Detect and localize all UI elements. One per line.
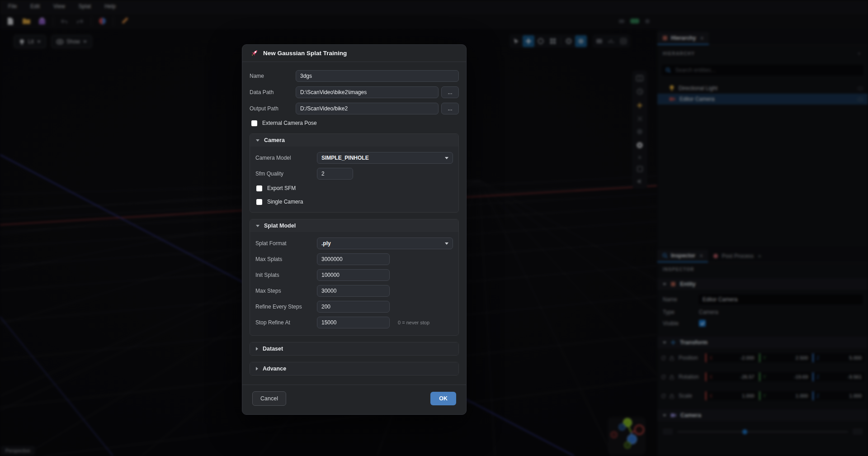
- max-splats-row: Max Splats: [255, 253, 453, 265]
- rocket-icon: [250, 49, 259, 57]
- chevron-down-icon: [445, 157, 448, 159]
- stop-refine-at-input[interactable]: [317, 317, 390, 328]
- camera-model-label: Camera Model: [255, 155, 317, 161]
- camera-section-header[interactable]: Camera: [250, 134, 458, 147]
- init-splats-input[interactable]: [317, 269, 390, 281]
- camera-model-row: Camera Model SIMPLE_PINHOLE: [255, 152, 453, 164]
- output-path-input[interactable]: [296, 103, 439, 114]
- cancel-button[interactable]: Cancel: [252, 391, 286, 406]
- camera-section-body: Camera Model SIMPLE_PINHOLE Sfm Quality …: [250, 147, 458, 212]
- splat-model-section-title: Splat Model: [264, 223, 296, 229]
- camera-section-title: Camera: [264, 137, 285, 143]
- splat-format-select[interactable]: .ply: [317, 238, 453, 249]
- init-splats-label: Init Splats: [255, 272, 317, 278]
- ok-button[interactable]: OK: [430, 392, 456, 405]
- chevron-down-icon: [256, 225, 259, 227]
- external-camera-pose-row: External Camera Pose: [251, 119, 459, 127]
- name-input[interactable]: [296, 70, 459, 82]
- max-steps-label: Max Steps: [255, 288, 317, 294]
- max-steps-input[interactable]: [317, 285, 390, 297]
- sfm-quality-row: Sfm Quality: [255, 168, 453, 180]
- chevron-down-icon: [445, 242, 448, 245]
- export-sfm-row: Export SFM: [256, 184, 453, 192]
- max-splats-input[interactable]: [317, 253, 390, 265]
- init-splats-row: Init Splats: [255, 269, 453, 281]
- sfm-quality-input[interactable]: [317, 168, 353, 180]
- app-window: File Edit View Splat Help: [0, 0, 868, 456]
- stop-refine-at-row: Stop Refine At 0 = never stop: [255, 317, 453, 328]
- refine-every-steps-input[interactable]: [317, 301, 390, 313]
- splat-format-label: Splat Format: [255, 240, 317, 247]
- splat-format-row: Splat Format .ply: [255, 238, 453, 249]
- data-path-label: Data Path: [250, 89, 296, 95]
- splat-model-section: Splat Model Splat Format .ply Max Splats: [250, 219, 459, 336]
- advance-section-header[interactable]: Advance: [250, 362, 458, 375]
- stop-refine-at-label: Stop Refine At: [255, 319, 317, 326]
- external-camera-pose-checkbox[interactable]: [251, 120, 257, 126]
- output-path-browse-button[interactable]: ...: [441, 103, 459, 114]
- sfm-quality-label: Sfm Quality: [255, 171, 317, 177]
- advance-section-title: Advance: [263, 366, 286, 372]
- data-path-input[interactable]: [296, 86, 439, 98]
- camera-model-value: SIMPLE_PINHOLE: [321, 155, 369, 161]
- export-sfm-checkbox[interactable]: [256, 185, 262, 191]
- dialog-header: New Gaussian Splat Training: [242, 45, 466, 62]
- export-sfm-label: Export SFM: [267, 185, 296, 191]
- camera-model-select[interactable]: SIMPLE_PINHOLE: [317, 152, 453, 164]
- chevron-right-icon: [256, 367, 258, 370]
- max-splats-label: Max Splats: [255, 256, 317, 262]
- chevron-right-icon: [256, 347, 258, 351]
- name-row: Name: [250, 70, 459, 82]
- data-path-browse-button[interactable]: ...: [441, 86, 459, 98]
- output-path-row: Output Path ...: [250, 103, 459, 114]
- single-camera-row: Single Camera: [256, 198, 453, 206]
- refine-every-steps-label: Refine Every Steps: [255, 304, 317, 310]
- splat-model-section-header[interactable]: Splat Model: [250, 219, 458, 232]
- external-camera-pose-label: External Camera Pose: [262, 120, 317, 126]
- chevron-down-icon: [256, 139, 259, 142]
- splat-model-section-body: Splat Format .ply Max Splats Init Splats: [250, 232, 458, 335]
- splat-format-value: .ply: [321, 240, 331, 247]
- dialog-title: New Gaussian Splat Training: [263, 50, 347, 57]
- output-path-label: Output Path: [250, 105, 296, 112]
- max-steps-row: Max Steps: [255, 285, 453, 297]
- dialog-body: Name Data Path ... Output Path ... Exter…: [242, 62, 466, 383]
- data-path-row: Data Path ...: [250, 86, 459, 98]
- advance-section: Advance: [250, 362, 459, 375]
- single-camera-checkbox[interactable]: [256, 199, 262, 205]
- dataset-section-title: Dataset: [263, 346, 283, 352]
- single-camera-label: Single Camera: [267, 199, 303, 205]
- camera-section: Camera Camera Model SIMPLE_PINHOLE Sfm Q…: [250, 133, 459, 213]
- dialog-footer: Cancel OK: [242, 385, 466, 414]
- stop-refine-hint: 0 = never stop: [398, 320, 429, 325]
- new-gaussian-splat-training-dialog: New Gaussian Splat Training Name Data Pa…: [242, 44, 467, 415]
- refine-every-steps-row: Refine Every Steps: [255, 301, 453, 313]
- dataset-section: Dataset: [250, 342, 459, 356]
- dataset-section-header[interactable]: Dataset: [250, 342, 458, 355]
- name-label: Name: [250, 73, 296, 79]
